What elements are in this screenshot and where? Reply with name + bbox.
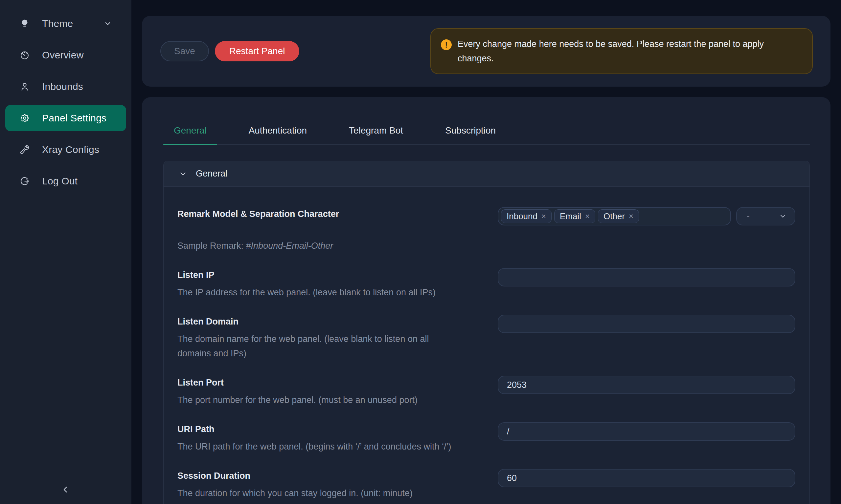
form-row-remark: Remark Model & Separation Character Samp…: [177, 207, 795, 253]
sidebar-item-label: Log Out: [42, 176, 78, 187]
remark-tag-other[interactable]: Other×: [598, 209, 639, 223]
uri-path-label: URI Path: [177, 424, 498, 435]
sidebar-item-label: Theme: [42, 18, 73, 29]
chevron-left-icon: [61, 485, 71, 494]
listen-port-input[interactable]: [498, 376, 795, 394]
sidebar-item-theme[interactable]: Theme: [5, 11, 126, 37]
form-row-listen-domain: Listen DomainThe domain name for the web…: [177, 315, 795, 361]
wrench-icon: [20, 145, 30, 155]
session-duration-label: Session Duration: [177, 470, 498, 481]
section-title: General: [196, 169, 227, 179]
gear-icon: [20, 113, 30, 123]
settings-card: GeneralAuthenticationTelegram BotSubscri…: [142, 97, 830, 504]
listen-domain-input[interactable]: [498, 315, 795, 333]
remark-tag-email[interactable]: Email×: [554, 209, 595, 223]
tab-subscription[interactable]: Subscription: [435, 125, 506, 144]
warning-alert: ! Every change made here needs to be sav…: [430, 28, 813, 74]
listen-ip-description: The IP address for the web panel. (leave…: [177, 285, 498, 300]
app-root: ThemeOverviewInboundsPanel SettingsXray …: [0, 0, 841, 504]
sidebar-item-panel-settings[interactable]: Panel Settings: [5, 105, 126, 131]
listen-domain-label: Listen Domain: [177, 316, 498, 327]
sidebar-menu: ThemeOverviewInboundsPanel SettingsXray …: [0, 0, 132, 194]
sidebar: ThemeOverviewInboundsPanel SettingsXray …: [0, 0, 132, 504]
general-collapse-body: Remark Model & Separation Character Samp…: [164, 187, 809, 504]
uri-path-input[interactable]: [498, 422, 795, 441]
listen-port-label: Listen Port: [177, 377, 498, 388]
warning-alert-text: Every change made here needs to be saved…: [458, 37, 800, 66]
tab-telegram-bot[interactable]: Telegram Bot: [338, 125, 414, 144]
tab-general[interactable]: General: [163, 125, 217, 144]
logout-icon: [20, 176, 30, 186]
listen-domain-description: The domain name for the web panel. (leav…: [177, 332, 498, 361]
settings-tabs: GeneralAuthenticationTelegram BotSubscri…: [163, 97, 810, 145]
separator-select[interactable]: -: [736, 207, 795, 226]
remove-tag-icon[interactable]: ×: [629, 212, 633, 220]
toolbar-card: Save Restart Panel ! Every change made h…: [142, 16, 830, 87]
remark-sample: Sample Remark: #Inbound-Email-Other: [177, 224, 498, 253]
chevron-down-icon: [779, 212, 787, 220]
sidebar-item-xray-configs[interactable]: Xray Configs: [5, 137, 126, 163]
save-button[interactable]: Save: [160, 41, 209, 61]
sidebar-item-inbounds[interactable]: Inbounds: [5, 73, 126, 100]
remove-tag-icon[interactable]: ×: [585, 212, 590, 220]
sidebar-item-label: Xray Configs: [42, 144, 99, 155]
user-icon: [20, 82, 30, 92]
chevron-down-icon: [179, 169, 187, 178]
session-duration-description: The duration for which you can stay logg…: [177, 486, 498, 500]
remark-model-select[interactable]: Inbound×Email×Other×: [498, 207, 731, 226]
main-area: Save Restart Panel ! Every change made h…: [132, 0, 841, 504]
session-duration-input[interactable]: [498, 469, 795, 487]
form-row-listen-port: Listen PortThe port number for the web p…: [177, 376, 795, 407]
sidebar-item-label: Panel Settings: [42, 112, 106, 124]
sidebar-item-overview[interactable]: Overview: [5, 42, 126, 68]
listen-port-description: The port number for the web panel. (must…: [177, 393, 498, 407]
remove-tag-icon[interactable]: ×: [542, 212, 546, 220]
listen-ip-label: Listen IP: [177, 269, 498, 281]
general-collapse-header[interactable]: General: [164, 161, 809, 187]
remark-label: Remark Model & Separation Character: [177, 209, 498, 219]
chevron-down-icon: [104, 20, 112, 28]
sidebar-item-label: Overview: [42, 50, 84, 61]
separator-value: -: [747, 211, 750, 221]
form-row-uri-path: URI PathThe URI path for the web panel. …: [177, 422, 795, 454]
listen-ip-input[interactable]: [498, 268, 795, 286]
restart-panel-button[interactable]: Restart Panel: [215, 41, 299, 61]
warning-icon: !: [441, 39, 452, 50]
remark-tag-inbound[interactable]: Inbound×: [501, 209, 552, 223]
general-collapse: General Remark Model & Separation Charac…: [163, 161, 810, 504]
sidebar-collapse-button[interactable]: [58, 482, 73, 497]
sidebar-item-log-out[interactable]: Log Out: [5, 168, 126, 194]
bulb-icon: [20, 19, 30, 29]
uri-path-description: The URI path for the web panel. (begins …: [177, 439, 498, 454]
form-row-listen-ip: Listen IPThe IP address for the web pane…: [177, 268, 795, 300]
tab-authentication[interactable]: Authentication: [238, 125, 317, 144]
sidebar-item-label: Inbounds: [42, 81, 83, 92]
form-rows: Listen IPThe IP address for the web pane…: [177, 268, 795, 504]
dashboard-icon: [20, 50, 30, 60]
form-row-session-duration: Session DurationThe duration for which y…: [177, 469, 795, 500]
